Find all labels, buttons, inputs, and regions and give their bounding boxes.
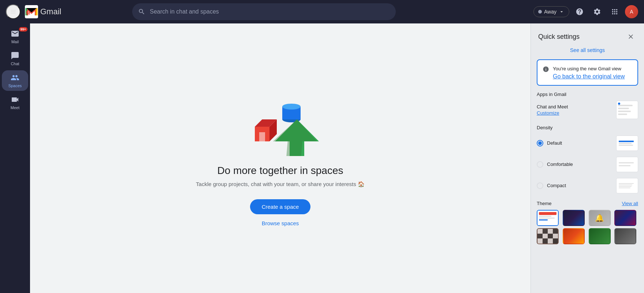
apps-in-gmail-section: Apps in Gmail Chat and Meet Customize bbox=[531, 92, 644, 125]
app-name: Gmail bbox=[40, 7, 61, 16]
density-option-comfortable[interactable]: Comfortable bbox=[537, 155, 638, 174]
main-area: 99+ Mail Chat Spaces Meet bbox=[0, 23, 644, 293]
sidebar: 99+ Mail Chat Spaces Meet bbox=[0, 23, 30, 293]
density-option-compact[interactable]: Compact bbox=[537, 177, 638, 195]
gmail-logo-icon: M bbox=[25, 5, 38, 18]
density-options: Default Comfortable bbox=[537, 134, 638, 195]
svg-marker-11 bbox=[272, 119, 319, 156]
sidebar-mail-label: Mail bbox=[11, 40, 19, 44]
mail-icon bbox=[11, 29, 19, 38]
search-icon bbox=[138, 8, 145, 15]
help-button[interactable] bbox=[572, 4, 587, 19]
svg-point-9 bbox=[282, 104, 301, 110]
theme-swatch-default[interactable] bbox=[537, 210, 559, 226]
meet-icon bbox=[11, 95, 19, 104]
theme-section: Theme View all 🔔 bbox=[531, 201, 644, 250]
density-radio-comfortable[interactable] bbox=[537, 161, 543, 168]
sidebar-spaces-label: Spaces bbox=[8, 84, 22, 88]
apps-in-gmail-row: Chat and Meet Customize bbox=[537, 101, 638, 119]
sidebar-item-meet[interactable]: Meet bbox=[2, 92, 28, 113]
theme-swatch-green[interactable] bbox=[589, 228, 611, 244]
menu-button[interactable] bbox=[6, 4, 21, 19]
density-radio-default[interactable] bbox=[537, 140, 543, 146]
view-all-themes-link[interactable]: View all bbox=[622, 201, 638, 206]
banner-text: You're using the new Gmail view bbox=[553, 66, 621, 71]
apps-section-label: Apps in Gmail bbox=[537, 92, 638, 97]
theme-header: Theme View all bbox=[537, 201, 638, 206]
settings-button[interactable] bbox=[590, 4, 604, 19]
qs-close-button[interactable] bbox=[625, 31, 637, 42]
new-gmail-banner: You're using the new Gmail view Go back … bbox=[537, 59, 638, 86]
see-all-settings-link[interactable]: See all settings bbox=[570, 47, 605, 53]
density-option-default[interactable]: Default bbox=[537, 134, 638, 152]
sidebar-chat-label: Chat bbox=[11, 62, 19, 66]
info-icon bbox=[543, 66, 549, 74]
customize-link[interactable]: Customize bbox=[537, 110, 568, 116]
svg-text:M: M bbox=[26, 10, 30, 16]
create-space-button[interactable]: Create a space bbox=[250, 199, 311, 214]
theme-swatch-fire[interactable] bbox=[563, 228, 585, 244]
spaces-icon bbox=[11, 73, 19, 82]
apps-labels: Chat and Meet Customize bbox=[537, 104, 568, 116]
search-input[interactable] bbox=[150, 8, 390, 15]
topbar: M Gmail Away bbox=[0, 0, 644, 23]
spaces-illustration bbox=[240, 90, 321, 156]
theme-swatch-bubbles[interactable] bbox=[614, 228, 636, 244]
qs-title: Quick settings bbox=[538, 33, 580, 41]
apps-preview-thumbnail bbox=[616, 101, 638, 119]
theme-swatch-gray[interactable]: 🔔 bbox=[589, 210, 611, 226]
go-back-link[interactable]: Go back to the original view bbox=[553, 73, 625, 80]
density-compact-left: Compact bbox=[537, 182, 566, 189]
sidebar-item-mail[interactable]: 99+ Mail bbox=[2, 26, 28, 47]
theme-grid: 🔔 bbox=[537, 210, 638, 244]
density-compact-label: Compact bbox=[547, 183, 566, 188]
sidebar-item-spaces[interactable]: Spaces bbox=[2, 70, 28, 91]
content-area: Do more together in spaces Tackle group … bbox=[30, 23, 531, 293]
status-indicator bbox=[538, 10, 542, 14]
status-label: Away bbox=[544, 9, 556, 15]
chat-icon bbox=[11, 51, 19, 60]
status-button[interactable]: Away bbox=[533, 6, 569, 17]
density-section-label: Density bbox=[537, 125, 638, 130]
chevron-down-icon bbox=[559, 9, 565, 15]
topbar-right: Away A bbox=[533, 4, 638, 19]
theme-swatch-chess[interactable] bbox=[537, 228, 559, 244]
density-comfortable-left: Comfortable bbox=[537, 161, 573, 168]
search-bar[interactable] bbox=[132, 3, 396, 20]
illustration-svg bbox=[240, 90, 321, 156]
theme-swatch-food[interactable] bbox=[614, 210, 636, 226]
mail-badge: 99+ bbox=[19, 27, 27, 31]
qs-see-all: See all settings bbox=[531, 45, 644, 59]
apps-button[interactable] bbox=[607, 4, 622, 19]
density-comfortable-preview bbox=[616, 157, 638, 172]
density-default-left: Default bbox=[537, 140, 562, 146]
apps-preview-dot bbox=[618, 103, 620, 105]
quick-settings-panel: Quick settings See all settings You're u… bbox=[531, 23, 644, 293]
density-default-preview bbox=[616, 136, 638, 151]
browse-spaces-link[interactable]: Browse spaces bbox=[262, 220, 299, 226]
avatar[interactable]: A bbox=[625, 5, 638, 18]
spaces-title: Do more together in spaces bbox=[217, 165, 343, 177]
chat-meet-label: Chat and Meet bbox=[537, 104, 568, 110]
theme-section-label: Theme bbox=[537, 201, 551, 206]
svg-rect-6 bbox=[259, 132, 265, 141]
qs-header: Quick settings bbox=[531, 23, 644, 45]
spaces-subtitle: Tackle group projects, chat with your te… bbox=[196, 181, 365, 188]
gmail-logo[interactable]: M Gmail bbox=[25, 5, 61, 18]
density-section: Density Default bbox=[531, 125, 644, 201]
sidebar-item-chat[interactable]: Chat bbox=[2, 48, 28, 69]
density-radio-compact[interactable] bbox=[537, 182, 543, 189]
sidebar-meet-label: Meet bbox=[11, 105, 19, 110]
density-compact-preview bbox=[616, 178, 638, 193]
density-default-label: Default bbox=[547, 140, 562, 146]
banner-content: You're using the new Gmail view Go back … bbox=[553, 65, 625, 80]
theme-swatch-dark[interactable] bbox=[563, 210, 585, 226]
density-comfortable-label: Comfortable bbox=[547, 162, 573, 167]
